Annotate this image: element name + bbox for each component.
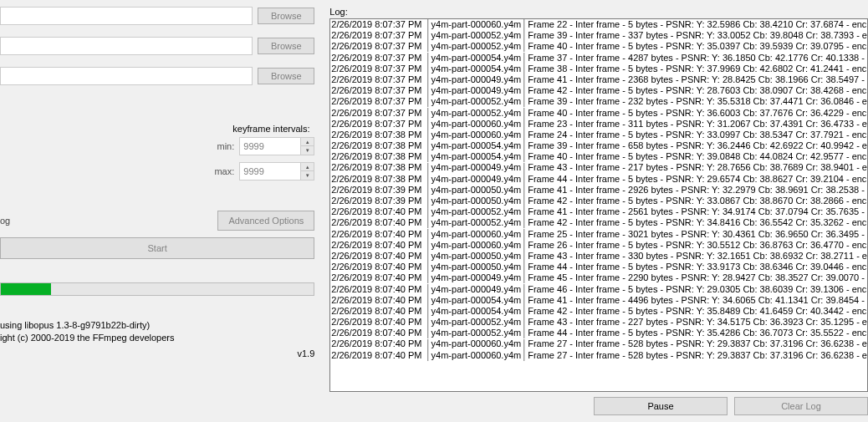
spinner-down-icon[interactable]: ▼ bbox=[301, 171, 314, 180]
log-line[interactable]: 2/26/2019 8:07:38 PM y4m-part-000054.y4m… bbox=[330, 151, 867, 162]
log-line[interactable]: 2/26/2019 8:07:37 PM y4m-part-000054.y4m… bbox=[330, 53, 867, 64]
log-line[interactable]: 2/26/2019 8:07:37 PM y4m-part-000052.y4m… bbox=[330, 108, 867, 119]
clear-log-button[interactable]: Clear Log bbox=[734, 397, 868, 415]
spinner-up-icon[interactable]: ▲ bbox=[301, 138, 314, 146]
separator-icon bbox=[523, 108, 525, 119]
log-message: Frame 22 - Inter frame - 5 bytes - PSNR:… bbox=[528, 19, 866, 30]
separator-icon bbox=[427, 163, 429, 174]
log-file: y4m-part-000060.y4m bbox=[431, 350, 522, 361]
log-timestamp: 2/26/2019 8:07:40 PM bbox=[331, 217, 424, 228]
keyframe-max-value: 9999 bbox=[240, 166, 300, 176]
keyframe-max-spinner[interactable]: 9999 ▲ ▼ bbox=[239, 162, 314, 180]
log-timestamp: 2/26/2019 8:07:37 PM bbox=[331, 19, 424, 30]
log-line[interactable]: 2/26/2019 8:07:40 PM y4m-part-000060.y4m… bbox=[330, 240, 867, 251]
log-line[interactable]: 2/26/2019 8:07:37 PM y4m-part-000049.y4m… bbox=[330, 74, 867, 85]
log-message: Frame 27 - Inter frame - 528 bytes - PSN… bbox=[528, 338, 867, 349]
spinner-down-icon[interactable]: ▼ bbox=[301, 146, 314, 155]
log-line[interactable]: 2/26/2019 8:07:38 PM y4m-part-000049.y4m… bbox=[330, 162, 867, 173]
log-file: y4m-part-000060.y4m bbox=[431, 240, 522, 251]
log-line[interactable]: 2/26/2019 8:07:37 PM y4m-part-000049.y4m… bbox=[330, 85, 867, 96]
log-line[interactable]: 2/26/2019 8:07:40 PM y4m-part-000052.y4m… bbox=[330, 317, 867, 328]
log-line[interactable]: 2/26/2019 8:07:37 PM y4m-part-000052.y4m… bbox=[330, 30, 867, 41]
log-line[interactable]: 2/26/2019 8:07:40 PM y4m-part-000054.y4m… bbox=[330, 295, 867, 306]
log-line[interactable]: 2/26/2019 8:07:40 PM y4m-part-000052.y4m… bbox=[330, 206, 867, 217]
separator-icon bbox=[523, 19, 525, 30]
separator-icon bbox=[523, 196, 525, 206]
log-timestamp: 2/26/2019 8:07:40 PM bbox=[331, 295, 424, 306]
log-line[interactable]: 2/26/2019 8:07:40 PM y4m-part-000060.y4m… bbox=[330, 338, 867, 349]
log-line[interactable]: 2/26/2019 8:07:37 PM y4m-part-000052.y4m… bbox=[330, 96, 867, 107]
separator-icon bbox=[427, 41, 429, 52]
credits: using libopus 1.3-8-g9791b22b-dirty) igh… bbox=[0, 319, 314, 345]
log-file: y4m-part-000052.y4m bbox=[431, 108, 522, 119]
browse-button-3[interactable]: Browse bbox=[258, 68, 314, 84]
max-label: max: bbox=[214, 166, 234, 176]
separator-icon bbox=[427, 240, 429, 251]
log-message: Frame 25 - Inter frame - 3021 bytes - PS… bbox=[528, 229, 865, 240]
log-timestamp: 2/26/2019 8:07:40 PM bbox=[331, 338, 424, 349]
log-file: y4m-part-000060.y4m bbox=[431, 130, 522, 140]
separator-icon bbox=[523, 30, 525, 41]
separator-icon bbox=[523, 53, 525, 64]
log-message: Frame 45 - Inter frame - 2290 bytes - PS… bbox=[528, 272, 865, 283]
browse-button-1[interactable]: Browse bbox=[258, 8, 314, 24]
log-timestamp: 2/26/2019 8:07:39 PM bbox=[331, 185, 424, 196]
log-line[interactable]: 2/26/2019 8:07:40 PM y4m-part-000052.y4m… bbox=[330, 217, 867, 228]
keyframe-block: keyframe intervals: min: 9999 ▲ ▼ max: 9… bbox=[214, 124, 314, 187]
log-line[interactable]: 2/26/2019 8:07:37 PM y4m-part-000060.y4m… bbox=[330, 119, 867, 130]
file-row-2: Browse bbox=[0, 37, 314, 55]
separator-icon bbox=[523, 217, 525, 228]
log-file: y4m-part-000054.y4m bbox=[431, 53, 522, 64]
log-line[interactable]: 2/26/2019 8:07:39 PM y4m-part-000050.y4m… bbox=[330, 185, 867, 196]
separator-icon bbox=[427, 130, 429, 140]
log-line[interactable]: 2/26/2019 8:07:40 PM y4m-part-000052.y4m… bbox=[330, 328, 867, 338]
log-line[interactable]: 2/26/2019 8:07:39 PM y4m-part-000050.y4m… bbox=[330, 196, 867, 206]
log-line[interactable]: 2/26/2019 8:07:38 PM y4m-part-000049.y4m… bbox=[330, 174, 867, 185]
log-line[interactable]: 2/26/2019 8:07:38 PM y4m-part-000060.y4m… bbox=[330, 130, 867, 140]
file-input-2[interactable] bbox=[0, 37, 253, 55]
keyframe-min-spinner[interactable]: 9999 ▲ ▼ bbox=[239, 137, 314, 155]
log-message: Frame 26 - Inter frame - 5 bytes - PSNR:… bbox=[528, 240, 866, 251]
log-line[interactable]: 2/26/2019 8:07:40 PM y4m-part-000049.y4m… bbox=[330, 272, 867, 283]
log-line[interactable]: 2/26/2019 8:07:40 PM y4m-part-000060.y4m… bbox=[330, 350, 867, 361]
log-line[interactable]: 2/26/2019 8:07:37 PM y4m-part-000052.y4m… bbox=[330, 41, 867, 52]
log-content: 2/26/2019 8:07:37 PM y4m-part-000060.y4m… bbox=[330, 19, 867, 361]
separator-icon bbox=[427, 206, 429, 217]
spinner-buttons: ▲ ▼ bbox=[300, 163, 314, 180]
browse-button-2[interactable]: Browse bbox=[258, 38, 314, 54]
separator-icon bbox=[523, 119, 525, 130]
log-file: y4m-part-000054.y4m bbox=[431, 295, 522, 306]
log-line[interactable]: 2/26/2019 8:07:40 PM y4m-part-000049.y4m… bbox=[330, 284, 867, 295]
log-timestamp: 2/26/2019 8:07:40 PM bbox=[331, 272, 424, 283]
log-line[interactable]: 2/26/2019 8:07:40 PM y4m-part-000050.y4m… bbox=[330, 262, 867, 272]
separator-icon bbox=[523, 251, 525, 262]
log-box[interactable]: 2/26/2019 8:07:37 PM y4m-part-000060.y4m… bbox=[329, 18, 868, 392]
separator-icon bbox=[427, 30, 429, 41]
log-message: Frame 41 - Inter frame - 4496 bytes - PS… bbox=[528, 295, 865, 306]
separator-icon bbox=[523, 206, 525, 217]
log-message: Frame 41 - Inter frame - 2561 bytes - PS… bbox=[528, 206, 865, 217]
separator-icon bbox=[523, 295, 525, 306]
log-bottom-buttons: Pause Clear Log bbox=[329, 392, 868, 415]
separator-icon bbox=[523, 350, 525, 361]
start-button[interactable]: Start bbox=[0, 237, 314, 259]
log-line[interactable]: 2/26/2019 8:07:37 PM y4m-part-000060.y4m… bbox=[330, 19, 867, 30]
log-line[interactable]: 2/26/2019 8:07:40 PM y4m-part-000060.y4m… bbox=[330, 229, 867, 240]
file-input-1[interactable] bbox=[0, 7, 253, 25]
log-message: Frame 44 - Inter frame - 5 bytes - PSNR:… bbox=[528, 174, 866, 185]
log-line[interactable]: 2/26/2019 8:07:40 PM y4m-part-000054.y4m… bbox=[330, 306, 867, 317]
log-message: Frame 39 - Inter frame - 658 bytes - PSN… bbox=[528, 140, 867, 151]
advanced-options-button[interactable]: Advanced Options bbox=[217, 211, 314, 231]
log-line[interactable]: 2/26/2019 8:07:38 PM y4m-part-000054.y4m… bbox=[330, 140, 867, 151]
log-line[interactable]: 2/26/2019 8:07:37 PM y4m-part-000054.y4m… bbox=[330, 64, 867, 74]
spinner-up-icon[interactable]: ▲ bbox=[301, 163, 314, 171]
log-line[interactable]: 2/26/2019 8:07:40 PM y4m-part-000050.y4m… bbox=[330, 251, 867, 262]
log-file: y4m-part-000049.y4m bbox=[431, 272, 522, 283]
log-timestamp: 2/26/2019 8:07:37 PM bbox=[331, 74, 424, 85]
separator-icon bbox=[427, 350, 429, 361]
pause-button[interactable]: Pause bbox=[594, 397, 728, 415]
log-timestamp: 2/26/2019 8:07:38 PM bbox=[331, 151, 424, 162]
separator-icon bbox=[523, 240, 525, 251]
separator-icon bbox=[523, 130, 525, 140]
file-input-3[interactable] bbox=[0, 67, 253, 85]
